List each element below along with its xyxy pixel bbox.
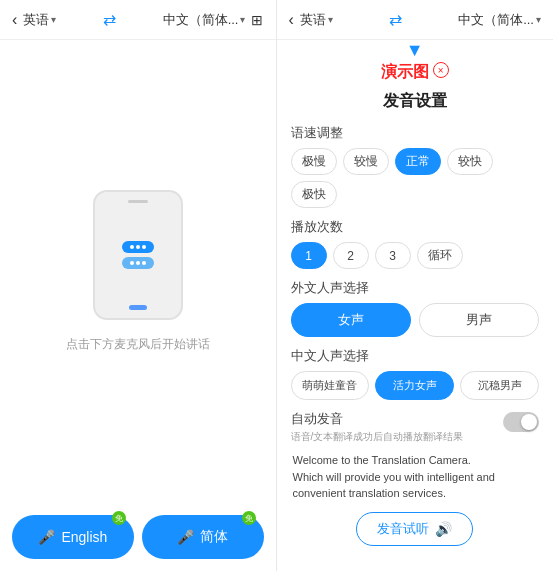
foreign-voice-label: 外文人声选择 bbox=[291, 279, 540, 297]
chinese-button[interactable]: 免 🎤 简体 bbox=[142, 515, 264, 559]
left-top-bar: ‹ 英语 ▾ ⇄ 中文（简体... ▾ ⊞ bbox=[0, 0, 276, 40]
speed-option-0[interactable]: 极慢 bbox=[291, 148, 337, 175]
chinese-mic-icon: 🎤 bbox=[177, 529, 194, 545]
demo-label: 演示图 bbox=[381, 62, 429, 83]
left-lang-from-arrow: ▾ bbox=[51, 14, 56, 25]
auto-title: 自动发音 bbox=[291, 410, 496, 428]
auto-desc: 语音/文本翻译成功后自动播放翻译结果 bbox=[291, 430, 496, 444]
left-lang-from-btn[interactable]: 英语 ▾ bbox=[23, 11, 56, 29]
left-main-content: 点击下方麦克风后开始讲话 bbox=[0, 40, 276, 503]
auto-toggle[interactable] bbox=[503, 412, 539, 432]
settings-title: 发音设置 bbox=[291, 91, 540, 112]
hint-text: 点击下方麦克风后开始讲话 bbox=[66, 336, 210, 353]
auto-section: 自动发音 语音/文本翻译成功后自动播放翻译结果 bbox=[291, 410, 540, 444]
foreign-voice-female[interactable]: 女声 bbox=[291, 303, 411, 337]
cn-voice-options: 萌萌娃童音 活力女声 沉稳男声 bbox=[291, 371, 540, 400]
playback-section-label: 播放次数 bbox=[291, 218, 540, 236]
right-lang-to-label: 中文（简体... bbox=[458, 11, 534, 29]
playback-options: 1 2 3 循环 bbox=[291, 242, 540, 269]
speed-option-1[interactable]: 较慢 bbox=[343, 148, 389, 175]
bubble-light-blue bbox=[122, 257, 154, 269]
left-panel: ‹ 英语 ▾ ⇄ 中文（简体... ▾ ⊞ bbox=[0, 0, 276, 571]
chinese-mic-badge: 免 bbox=[242, 511, 256, 525]
left-nav-left: ‹ 英语 ▾ bbox=[12, 11, 56, 29]
right-lang-from-btn[interactable]: 英语 ▾ bbox=[300, 11, 333, 29]
foreign-voice-male[interactable]: 男声 bbox=[419, 303, 539, 337]
right-top-bar: ‹ 英语 ▾ ⇄ 中文（简体... ▾ bbox=[277, 0, 554, 40]
left-lang-to-btn[interactable]: 中文（简体... ▾ bbox=[163, 11, 246, 29]
bottom-buttons: 免 🎤 English 免 🎤 简体 bbox=[0, 503, 276, 571]
bubble-dots-2 bbox=[130, 261, 146, 265]
auto-left: 自动发音 语音/文本翻译成功后自动播放翻译结果 bbox=[291, 410, 496, 444]
right-lang-to-arrow: ▾ bbox=[536, 14, 541, 25]
playback-option-1[interactable]: 2 bbox=[333, 242, 369, 269]
left-grid-icon[interactable]: ⊞ bbox=[251, 12, 263, 28]
preview-text: Welcome to the Translation Camera.Which … bbox=[291, 452, 540, 502]
cn-voice-1[interactable]: 活力女声 bbox=[375, 371, 454, 400]
right-nav-left: ‹ 英语 ▾ bbox=[289, 11, 333, 29]
left-lang-from-label: 英语 bbox=[23, 11, 49, 29]
bubble-dots bbox=[130, 245, 146, 249]
right-swap-icon[interactable]: ⇄ bbox=[389, 10, 402, 29]
speed-options: 极慢 较慢 正常 较快 极快 bbox=[291, 148, 540, 208]
right-lang-from-label: 英语 bbox=[300, 11, 326, 29]
down-arrow-icon: ▼ bbox=[406, 40, 424, 61]
cn-voice-label: 中文人声选择 bbox=[291, 347, 540, 365]
playback-option-0[interactable]: 1 bbox=[291, 242, 327, 269]
trial-button[interactable]: 发音试听 🔊 bbox=[356, 512, 473, 546]
speed-option-3[interactable]: 较快 bbox=[447, 148, 493, 175]
chat-bubbles bbox=[122, 241, 154, 269]
speed-option-2[interactable]: 正常 bbox=[395, 148, 441, 175]
right-lang-to-btn[interactable]: 中文（简体... ▾ bbox=[458, 11, 541, 29]
playback-option-2[interactable]: 3 bbox=[375, 242, 411, 269]
close-demo-button[interactable]: × bbox=[433, 62, 449, 78]
cn-voice-2[interactable]: 沉稳男声 bbox=[460, 371, 539, 400]
playback-option-3[interactable]: 循环 bbox=[417, 242, 463, 269]
chinese-btn-label: 简体 bbox=[200, 528, 228, 546]
left-swap-icon[interactable]: ⇄ bbox=[103, 10, 116, 29]
speed-option-4[interactable]: 极快 bbox=[291, 181, 337, 208]
trial-label: 发音试听 bbox=[377, 520, 429, 538]
right-lang-from-arrow: ▾ bbox=[328, 14, 333, 25]
left-back-arrow[interactable]: ‹ bbox=[12, 11, 17, 29]
right-nav-right: 中文（简体... ▾ bbox=[458, 11, 541, 29]
trial-btn-wrapper: 发音试听 🔊 bbox=[291, 502, 540, 550]
right-panel: ‹ 英语 ▾ ⇄ 中文（简体... ▾ ▼ 演示图 × 发音设置 语速调整 极慢… bbox=[277, 0, 554, 571]
demo-badge-area: ▼ 演示图 × bbox=[277, 46, 554, 83]
foreign-voice-options: 女声 男声 bbox=[291, 303, 540, 337]
left-lang-to-arrow: ▾ bbox=[240, 14, 245, 25]
english-mic-badge: 免 bbox=[112, 511, 126, 525]
right-back-arrow[interactable]: ‹ bbox=[289, 11, 294, 29]
english-btn-label: English bbox=[61, 529, 107, 545]
cn-voice-0[interactable]: 萌萌娃童音 bbox=[291, 371, 370, 400]
english-button[interactable]: 免 🎤 English bbox=[12, 515, 134, 559]
speed-section-label: 语速调整 bbox=[291, 124, 540, 142]
phone-illustration bbox=[93, 190, 183, 320]
english-mic-icon: 🎤 bbox=[38, 529, 55, 545]
left-lang-to-label: 中文（简体... bbox=[163, 11, 239, 29]
speaker-icon: 🔊 bbox=[435, 521, 452, 537]
settings-panel: 发音设置 语速调整 极慢 较慢 正常 较快 极快 播放次数 1 2 3 循环 外… bbox=[277, 83, 554, 571]
bubble-blue bbox=[122, 241, 154, 253]
left-nav-right: 中文（简体... ▾ ⊞ bbox=[163, 11, 264, 29]
down-arrow-container: ▼ bbox=[406, 40, 424, 61]
